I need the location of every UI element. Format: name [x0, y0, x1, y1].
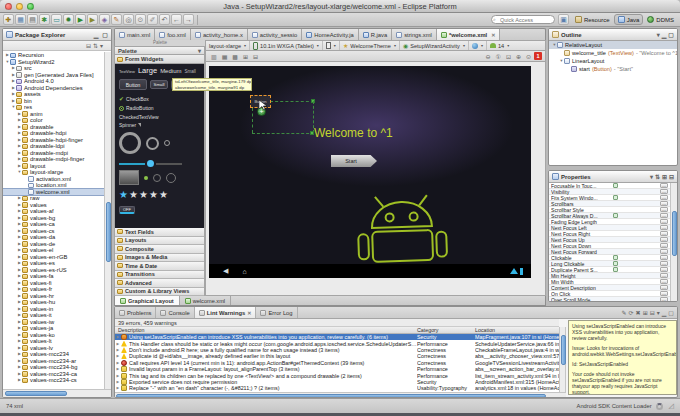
property-ellipsis-button[interactable] [660, 201, 668, 206]
lint-row[interactable]: Invalid layout param in a FrameLayout: l… [115, 366, 559, 372]
home-button-icon[interactable]: ⌂ [242, 268, 246, 275]
palette-checkedtextview[interactable]: CheckedTextView [119, 114, 159, 120]
print-icon[interactable]: ▤ [27, 14, 38, 25]
outline-item[interactable]: start (Button) - "Start" [549, 65, 677, 73]
property-checkbox[interactable] [613, 261, 618, 266]
editor-mode-tab[interactable]: Graphical Layout [115, 296, 180, 305]
zoom-fit-icon[interactable]: ⊡ [506, 53, 511, 60]
zoom-in-icon[interactable]: ⊕ [516, 53, 521, 60]
open-type-icon[interactable]: ◎ [123, 14, 134, 25]
bottom-view-tab[interactable]: Error Log [256, 307, 297, 318]
property-ellipsis-button[interactable] [660, 231, 668, 236]
maximize-icon[interactable]: ▢ [668, 31, 674, 38]
perspective-button[interactable]: DDMS [644, 15, 677, 24]
pin-icon[interactable]: ▾ [650, 173, 653, 180]
expand-all-icon[interactable]: ⊞ [643, 309, 648, 316]
palette-progressbar-large[interactable] [119, 132, 141, 154]
last-edit-icon[interactable]: ↶ [159, 14, 170, 25]
tree-vertical-scrollbar[interactable] [104, 52, 111, 389]
view-menu-icon[interactable]: ▾ [657, 31, 660, 38]
palette-switch[interactable]: OFF [119, 206, 135, 214]
lint-row[interactable]: Don't include android.R here; use a full… [115, 347, 559, 353]
grid-icon[interactable]: ▩ [232, 53, 238, 60]
detail-scrollbar[interactable] [677, 320, 678, 395]
editor-tab[interactable]: activity_sessio [248, 29, 302, 40]
property-ellipsis-button[interactable] [660, 237, 668, 242]
sort-icon[interactable]: ⇅ [655, 173, 660, 180]
new-wizard-icon[interactable]: ✚ [3, 14, 14, 25]
clear-icon[interactable]: ✖ [636, 309, 641, 316]
run-icon[interactable]: ▶ [75, 14, 86, 25]
property-ellipsis-button[interactable] [660, 255, 668, 260]
edit-icon[interactable]: ✎ [622, 309, 627, 316]
palette-category[interactable]: Custom & Library Views [115, 288, 204, 297]
refresh-icon[interactable]: ⟳ [629, 309, 634, 316]
orientation-icon[interactable]: ▥ [211, 53, 217, 60]
palette-checkbox[interactable]: CheckBox [126, 96, 149, 102]
palette-ratingbar[interactable]: ★★★★★ [119, 190, 168, 200]
property-ellipsis-button[interactable] [660, 297, 668, 301]
twisty-icon[interactable] [115, 354, 121, 358]
palette-imageview[interactable] [119, 170, 139, 185]
welcome-title-text[interactable]: Welcome to ^1 [314, 126, 393, 140]
lint-row[interactable]: This Handler class should be static or l… [115, 340, 559, 346]
minimize-icon[interactable]: ▁ [94, 31, 99, 38]
collapse-all-icon[interactable]: ⊟ [669, 173, 674, 180]
twisty-icon[interactable] [115, 348, 121, 352]
new-xml-icon[interactable]: ✎ [111, 14, 122, 25]
palette-textview-small[interactable]: Small [184, 69, 195, 74]
palette-imagebutton[interactable] [144, 176, 148, 180]
theme-toggle-icon[interactable]: ▦ [222, 53, 228, 60]
bottom-view-tab[interactable]: Lint Warnings [195, 307, 257, 318]
zoom-selection-icon[interactable]: ⊙ [526, 53, 531, 60]
tree-horizontal-scrollbar[interactable] [3, 389, 111, 397]
minimize-icon[interactable]: ▁ [662, 309, 667, 316]
palette-radiobutton[interactable]: RadioButton [126, 105, 154, 111]
external-tools-icon[interactable]: ◈ [99, 14, 110, 25]
editor-tab[interactable]: strings.xml [392, 29, 437, 40]
property-ellipsis-button[interactable] [660, 219, 668, 224]
property-ellipsis-button[interactable] [660, 261, 668, 266]
property-checkbox[interactable] [613, 267, 618, 272]
property-ellipsis-button[interactable] [660, 225, 668, 230]
save-icon[interactable]: ▦ [15, 14, 26, 25]
tree-item[interactable]: gen [Generated Java Files] [3, 72, 104, 79]
palette-progressbar-small[interactable] [164, 140, 170, 146]
maximize-icon[interactable]: ▢ [102, 31, 108, 38]
outline-item[interactable]: LinearLayout [549, 57, 677, 65]
column-description[interactable]: Description [115, 327, 417, 333]
api-level-dropdown[interactable]: 14 [487, 41, 512, 50]
editor-mode-tab[interactable]: welcome.xml [180, 296, 231, 305]
avd-manager-icon[interactable]: ▭ [51, 14, 62, 25]
property-checkbox[interactable] [613, 255, 618, 260]
outline-toggle-icon[interactable]: ⊟ [253, 53, 258, 60]
editor-tab[interactable]: activity_home.x [191, 29, 248, 40]
device-dropdown[interactable]: 10.1in WXGA (Tablet) [250, 41, 323, 50]
property-ellipsis-button[interactable] [660, 189, 668, 194]
tree-item[interactable]: values-mcc234-cs [3, 377, 104, 384]
palette-seekbar[interactable] [119, 160, 182, 167]
lint-row[interactable]: This tag and its children can be replace… [115, 372, 559, 378]
property-checkbox[interactable] [613, 213, 618, 218]
palette-section-form-widgets[interactable]: Form Widgets [114, 55, 205, 64]
property-ellipsis-button[interactable] [660, 183, 668, 188]
property-checkbox[interactable] [613, 195, 618, 200]
properties-scrollbar[interactable] [670, 183, 677, 301]
view-menu-icon[interactable]: ▾ [100, 42, 103, 49]
palette-spinner[interactable]: Spinner [119, 122, 136, 128]
theme-dropdown[interactable]: ★WelcomeTheme [340, 41, 400, 50]
back-button-icon[interactable]: ◀ [223, 267, 228, 275]
perspective-button[interactable]: Java [614, 14, 644, 25]
config-folder-dropdown[interactable]: layout-xlarge [206, 41, 250, 50]
error-count-badge[interactable]: 1 [534, 52, 542, 60]
palette-progressbar[interactable] [146, 137, 159, 150]
run-history-icon[interactable]: ▶ [87, 14, 98, 25]
orientation-dropdown[interactable] [323, 41, 340, 50]
property-row[interactable]: Over Scroll Mode [549, 297, 670, 301]
palette-category[interactable]: Advanced [115, 279, 204, 288]
lint-row[interactable]: Exported service does not require permis… [115, 379, 559, 385]
palette-category[interactable]: Text Fields [115, 228, 204, 237]
palette-textview[interactable]: TextView [119, 69, 135, 74]
property-checkbox[interactable] [613, 183, 618, 188]
zoom-100-icon[interactable]: ① [496, 53, 501, 60]
